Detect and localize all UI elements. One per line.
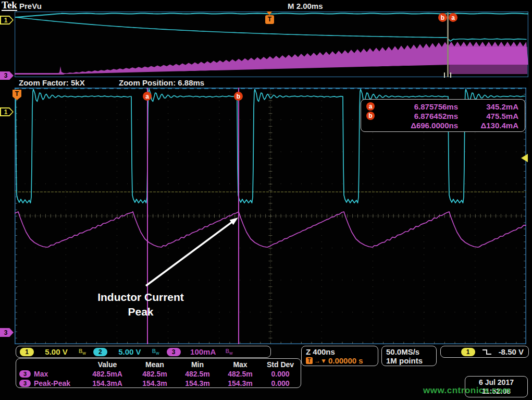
meas-name: Peak-Peak bbox=[34, 379, 70, 387]
meas-header-mean: Mean bbox=[133, 360, 177, 369]
cursor-b-row: b 6.876452ms 475.5mA bbox=[361, 111, 525, 120]
cursor-delta-row: Δ696.0000ns Δ130.4mA bbox=[361, 120, 525, 130]
meas-cell: 154.3m bbox=[177, 379, 218, 387]
ch2-bandwidth-icon: BW bbox=[152, 348, 159, 355]
ch1-scale: 5.00 V bbox=[41, 347, 71, 356]
overview-ch3-marker[interactable]: 3 bbox=[0, 71, 14, 80]
meas-cell: 0.000 bbox=[262, 379, 299, 387]
trigger-t-icon: T bbox=[306, 357, 313, 364]
cursor-readout-box: a 6.875756ms 345.2mA b 6.876452ms 475.5m… bbox=[361, 99, 525, 132]
meas-cell: 482.5m bbox=[177, 370, 218, 378]
timebase-readout[interactable]: M 2.00ms bbox=[288, 2, 323, 10]
horizontal-settings-box[interactable]: Z 400ns T →▼ 0.00000 s bbox=[301, 346, 378, 366]
trigger-settings-box[interactable]: 1 -8.50 V bbox=[440, 346, 529, 358]
top-bar: Tek PreVu M 2.00ms bbox=[0, 0, 532, 11]
ch1-bandwidth-icon: BW bbox=[79, 348, 86, 355]
overview-cursor-b-marker[interactable]: b bbox=[438, 13, 447, 22]
zoom-position-label: Zoom Position: 6.88ms bbox=[119, 78, 204, 87]
acquisition-status: PreVu bbox=[19, 2, 42, 10]
meas-cell: 482.5m bbox=[133, 370, 177, 378]
meas-source-badge: 3 bbox=[19, 380, 31, 387]
cursor-a-time: 6.875756ms bbox=[379, 102, 458, 111]
ch3-scale: 100mA bbox=[188, 347, 218, 356]
zoom-position-line[interactable] bbox=[447, 13, 449, 77]
ch3-bandwidth-icon: BW bbox=[226, 348, 233, 355]
meas-header-value: Value bbox=[82, 360, 133, 369]
cursor-a-value: 345.2mA bbox=[462, 102, 518, 111]
annotation-line2: Peak bbox=[70, 305, 211, 319]
overview-cursor-a-marker[interactable]: a bbox=[449, 13, 457, 22]
measurement-row-max: 3 Max 482.5mA 482.5m 482.5m 482.5m 0.000 bbox=[16, 369, 301, 379]
ch1-badge[interactable]: 1 bbox=[20, 348, 34, 356]
cursor-b-time: 6.876452ms bbox=[379, 112, 458, 120]
cursor-b-marker[interactable]: b bbox=[234, 92, 243, 101]
watermark: www.cntronics.com bbox=[423, 385, 511, 396]
meas-cell: 482.5m bbox=[218, 370, 262, 378]
ch2-badge[interactable]: 2 bbox=[93, 348, 107, 356]
measurements-header-row: Value Mean Min Max Std Dev bbox=[16, 360, 301, 369]
annotation-line1: Inductor Current bbox=[70, 290, 211, 305]
trigger-position-value: 0.00000 s bbox=[328, 356, 363, 365]
oscilloscope-screen: Tek PreVu M 2.00ms 1 3 T b a Zoom Factor… bbox=[0, 0, 532, 400]
record-length: 1M points bbox=[386, 356, 432, 365]
trigger-level: -8.50 V bbox=[499, 347, 524, 356]
trigger-level-arrow-icon[interactable] bbox=[521, 154, 528, 162]
meas-cell: 0.000 bbox=[262, 370, 299, 378]
annotation-label: Inductor Current Peak bbox=[70, 290, 211, 319]
cursor-delta-row: 475.5mA bbox=[462, 112, 518, 120]
delta-value: Δ130.4mA bbox=[462, 121, 518, 130]
zoom-scale: Z 400ns bbox=[306, 347, 374, 356]
trigger-arrow-icon: →▼ bbox=[314, 357, 327, 365]
main-ch3-marker[interactable]: 3 bbox=[0, 328, 14, 337]
meas-header-max: Max bbox=[218, 360, 262, 369]
channel-scales-box[interactable]: 1 5.00 V BW 2 5.00 V BW 3 100mA BW bbox=[16, 346, 271, 358]
meas-cell: 482.5mA bbox=[82, 370, 133, 378]
sample-rate: 50.0MS/s bbox=[386, 347, 432, 356]
falling-edge-icon bbox=[482, 348, 492, 356]
meas-header-stddev: Std Dev bbox=[262, 360, 299, 369]
cursor-a-row: a 6.875756ms 345.2mA bbox=[361, 102, 525, 111]
zoom-bar: Zoom Factor: 5kX Zoom Position: 6.88ms bbox=[15, 77, 528, 88]
main-ch1-marker[interactable]: 1 bbox=[0, 107, 14, 116]
meas-header-min: Min bbox=[177, 360, 218, 369]
meas-cell: 154.3m bbox=[218, 379, 262, 387]
meas-cell: 154.3mA bbox=[82, 379, 133, 387]
ch3-badge[interactable]: 3 bbox=[167, 348, 181, 356]
trigger-position-flag[interactable]: T bbox=[265, 15, 274, 24]
measurement-row-peakpeak: 3 Peak-Peak 154.3mA 154.3m 154.3m 154.3m… bbox=[16, 379, 301, 388]
tek-logo: Tek bbox=[2, 1, 17, 11]
zoom-window-bracket-icon bbox=[444, 72, 451, 78]
cursor-b-badge: b bbox=[366, 112, 375, 120]
trigger-source-badge: 1 bbox=[461, 348, 475, 356]
trigger-position-icon[interactable] bbox=[266, 11, 273, 15]
cursor-a-marker[interactable]: a bbox=[143, 92, 152, 101]
meas-source-badge: 3 bbox=[19, 370, 31, 378]
overview-ch1-marker[interactable]: 1 bbox=[0, 16, 14, 25]
meas-name: Max bbox=[34, 370, 48, 378]
delta-time: Δ696.0000ns bbox=[379, 121, 458, 130]
cursor-a-badge: a bbox=[366, 102, 375, 111]
acquisition-box[interactable]: 50.0MS/s 1M points bbox=[381, 346, 437, 366]
meas-cell: 154.3m bbox=[133, 379, 177, 387]
zoom-factor-label: Zoom Factor: 5kX bbox=[19, 78, 85, 87]
measurements-box: Value Mean Min Max Std Dev 3 Max 482.5mA… bbox=[16, 358, 301, 388]
ch2-scale: 5.00 V bbox=[115, 347, 145, 356]
